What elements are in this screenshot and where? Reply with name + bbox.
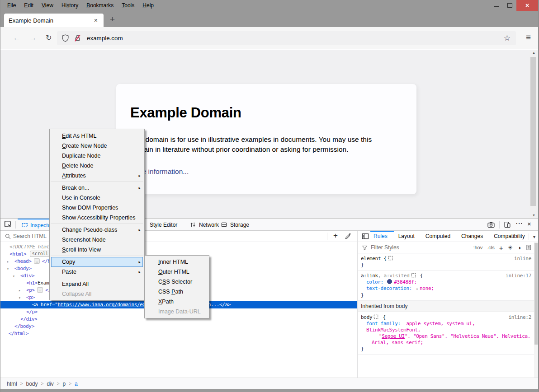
menu-view[interactable]: View — [38, 0, 57, 10]
menu-item-show-dom-properties[interactable]: Show DOM Properties — [50, 203, 144, 213]
reload-icon[interactable]: ↻ — [46, 33, 52, 42]
menu-item-break-on[interactable]: Break on...▸ — [50, 183, 144, 193]
screenshot-camera-icon[interactable] — [487, 221, 495, 229]
responsive-design-icon[interactable] — [503, 221, 511, 229]
hamburger-menu-icon[interactable]: ≡ — [526, 33, 531, 42]
tab-rules[interactable]: Rules — [374, 231, 388, 242]
maximize-button[interactable] — [503, 0, 516, 11]
new-tab-button[interactable]: + — [110, 14, 115, 24]
color-swatch[interactable] — [387, 279, 392, 284]
collapse-arrow-icon[interactable]: ▾ — [13, 273, 15, 280]
menu-item-show-accessibility-properties[interactable]: Show Accessibility Properties — [50, 213, 144, 223]
submenu-item-outer-html[interactable]: Outer HTML — [145, 267, 209, 277]
rules-scrollbar[interactable] — [534, 242, 538, 378]
crumb-body[interactable]: body — [26, 381, 38, 387]
scroll-up-icon[interactable]: ▲ — [530, 51, 538, 54]
highlight-target-icon[interactable] — [374, 314, 378, 319]
filter-styles-input[interactable]: Filter Styles — [371, 244, 399, 251]
tab-style-editor[interactable]: Style Editor — [150, 219, 177, 231]
collapse-arrow-icon[interactable]: ▾ — [7, 266, 9, 273]
tabs-dropdown-icon[interactable]: ▾ — [529, 233, 535, 240]
meatball-menu-icon[interactable]: ⋯ — [515, 219, 523, 228]
expand-value-icon[interactable]: ▸ — [416, 287, 419, 291]
menu-item-create-new-node[interactable]: Create New Node — [50, 141, 144, 151]
url-bar[interactable]: example.com ☆ — [57, 31, 516, 45]
tab-storage[interactable]: Storage — [221, 219, 249, 231]
menu-bookmarks[interactable]: Bookmarks — [82, 0, 118, 10]
css-property[interactable]: text-decoration: — [366, 285, 412, 291]
menu-item-edit-as-html[interactable]: Edit As HTML — [50, 131, 144, 141]
menu-item-duplicate-node[interactable]: Duplicate Node — [50, 151, 144, 161]
menu-item-change-pseudo-class[interactable]: Change Pseudo-class▸ — [50, 225, 144, 235]
menu-item-attributes[interactable]: Attributes▸ — [50, 171, 144, 181]
pick-element-icon[interactable] — [4, 220, 12, 229]
page-scrollbar[interactable]: ▲ ▼ — [530, 50, 538, 218]
css-property[interactable]: color: — [366, 279, 383, 285]
crumb-p[interactable]: p — [63, 381, 66, 387]
rule-element[interactable]: element { inline } — [358, 253, 534, 271]
menu-item-screenshot-node[interactable]: Screenshot Node — [50, 235, 144, 245]
shield-icon[interactable] — [61, 34, 69, 42]
forward-icon[interactable]: → — [29, 33, 37, 42]
pseudo-class-button[interactable]: :hov — [473, 245, 482, 250]
menu-item-use-in-console[interactable]: Use in Console — [50, 193, 144, 203]
tree-line-html-close[interactable]: </html> — [0, 330, 357, 337]
crumb-html[interactable]: html — [7, 381, 17, 387]
menu-history[interactable]: History — [57, 0, 82, 10]
minimize-button[interactable] — [489, 0, 503, 11]
submenu-item-css-selector[interactable]: CSS Selector — [145, 277, 209, 287]
menu-item-scroll-into-view[interactable]: Scroll Into View — [50, 245, 144, 255]
search-html-input[interactable]: Search HTML — [13, 233, 47, 239]
crumb-div[interactable]: div — [47, 381, 53, 387]
menu-item-copy[interactable]: Copy▸ — [51, 257, 143, 267]
crumb-a-selected[interactable]: a — [75, 381, 78, 387]
tree-line-body-close[interactable]: </body> — [0, 323, 357, 330]
bookmark-star-icon[interactable]: ☆ — [504, 33, 511, 43]
menu-help[interactable]: Help — [138, 0, 158, 10]
css-value[interactable]: none; — [420, 285, 434, 291]
collapsed-ellipsis[interactable]: … — [34, 258, 40, 264]
collapse-arrow-icon[interactable]: ▾ — [19, 294, 21, 302]
pane-toggle-icon[interactable] — [362, 233, 369, 240]
insecure-lock-icon[interactable] — [74, 34, 81, 42]
tab-compatibility[interactable]: Compatibility — [494, 231, 525, 242]
expand-arrow-icon[interactable]: ▸ — [19, 287, 21, 294]
print-media-icon[interactable] — [525, 244, 532, 251]
css-property[interactable]: font-family: — [366, 321, 401, 327]
add-node-button[interactable]: + — [333, 231, 338, 240]
dark-scheme-icon[interactable]: ◑ — [517, 244, 521, 251]
menu-tools[interactable]: Tools — [118, 0, 138, 10]
tab-changes[interactable]: Changes — [461, 231, 483, 242]
rule-location[interactable]: inline:2 — [508, 314, 531, 321]
menu-item-delete-node[interactable]: Delete Node — [50, 161, 144, 171]
submenu-item-inner-html[interactable]: Inner HTML — [145, 257, 209, 267]
light-scheme-icon[interactable]: ☀ — [507, 244, 513, 251]
highlight-target-icon[interactable] — [411, 273, 416, 278]
eyedropper-icon[interactable] — [345, 233, 352, 240]
highlight-target-icon[interactable] — [388, 256, 393, 261]
back-icon[interactable]: ← — [13, 33, 20, 42]
scrollbar-thumb[interactable] — [530, 57, 536, 206]
menu-item-expand-all[interactable]: Expand All — [50, 279, 144, 289]
tab-network[interactable]: Network — [189, 219, 219, 231]
tab-close-icon[interactable]: × — [93, 17, 99, 24]
scrollbar-thumb[interactable] — [534, 243, 538, 345]
class-button[interactable]: .cls — [487, 245, 495, 250]
add-rule-button[interactable]: + — [499, 244, 503, 252]
tab-layout[interactable]: Layout — [398, 231, 415, 242]
scroll-down-icon[interactable]: ▼ — [530, 214, 538, 217]
menu-item-paste[interactable]: Paste▸ — [50, 267, 144, 277]
rule-location[interactable]: inline — [514, 256, 531, 262]
css-value[interactable]: #38488f; — [394, 279, 417, 285]
expand-arrow-icon[interactable]: ▸ — [7, 258, 9, 266]
rule-a-link[interactable]: a:link, a:visited { inline:17 color: #38… — [358, 271, 534, 301]
browser-tab[interactable]: Example Domain × — [4, 14, 104, 27]
url-input[interactable]: example.com — [87, 35, 504, 42]
close-window-button[interactable]: × — [516, 0, 538, 11]
submenu-item-css-path[interactable]: CSS Path — [145, 287, 209, 297]
menu-file[interactable]: File — [3, 0, 20, 10]
menu-edit[interactable]: Edit — [20, 0, 38, 10]
collapsed-ellipsis[interactable]: … — [37, 287, 43, 293]
rule-body[interactable]: body { inline:2 font-family: -apple-syst… — [358, 312, 534, 355]
tab-computed[interactable]: Computed — [426, 231, 450, 242]
